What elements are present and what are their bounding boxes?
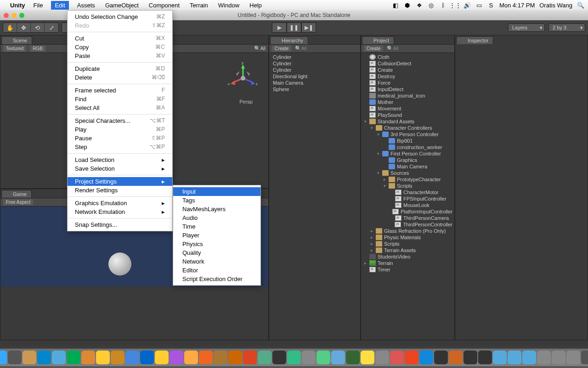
submenu-item-audio[interactable]: Audio — [173, 213, 260, 222]
menu-item-redo[interactable]: Redo⇧⌘Z — [68, 21, 172, 30]
expand-arrow[interactable]: ▾ — [369, 126, 374, 130]
dock-app-0[interactable] — [0, 351, 7, 364]
project-item[interactable]: ThirdPersonController — [361, 221, 454, 228]
menu-file[interactable]: File — [32, 1, 45, 10]
project-tab[interactable]: Project — [362, 36, 394, 44]
dock-app-40[interactable] — [581, 351, 588, 364]
status-icon[interactable]: ◎ — [428, 1, 435, 9]
menu-item-snap-settings-[interactable]: Snap Settings... — [68, 220, 172, 229]
dock-app-32[interactable] — [464, 351, 477, 364]
menu-item-undo-selection-change[interactable]: Undo Selection Change⌘Z — [68, 12, 172, 21]
dock-app-18[interactable] — [258, 351, 271, 364]
expand-arrow[interactable]: ▸ — [369, 235, 374, 240]
dock-app-10[interactable] — [140, 351, 154, 364]
render-dropdown[interactable]: RGB — [30, 46, 45, 52]
clock[interactable]: Mon 4:17 PM — [499, 2, 535, 9]
hierarchy-create[interactable]: Create — [272, 46, 291, 52]
project-item[interactable]: Mother — [361, 99, 454, 105]
project-item[interactable]: CollisionDetect — [361, 60, 454, 67]
expand-arrow[interactable]: ▾ — [363, 119, 368, 124]
inspector-tab[interactable]: Inspector — [456, 36, 493, 44]
menu-item-network-emulation[interactable]: Network Emulation — [68, 207, 172, 216]
menu-item-load-selection[interactable]: Load Selection — [68, 155, 172, 164]
dock-app-39[interactable] — [566, 351, 580, 364]
project-item[interactable]: PlaySound — [361, 112, 454, 118]
expand-arrow[interactable]: ▸ — [369, 242, 374, 246]
project-item[interactable]: ▾Standard Assets — [361, 118, 454, 125]
submenu-item-time[interactable]: Time — [173, 222, 260, 231]
project-item[interactable]: CharacterMotor — [361, 189, 454, 196]
hierarchy-item[interactable]: Cylinder — [269, 54, 360, 60]
step-button[interactable]: ▶❚ — [301, 23, 316, 33]
submenu-item-network[interactable]: Network — [173, 257, 260, 266]
expand-arrow[interactable]: ▾ — [382, 184, 387, 188]
project-item[interactable]: InputDetect — [361, 86, 454, 92]
volume-icon[interactable]: 🔊 — [464, 1, 471, 9]
layers-dropdown[interactable]: Layers — [508, 23, 545, 32]
menu-assets[interactable]: Assets — [75, 1, 97, 10]
project-item[interactable]: ▾Character Controllers — [361, 125, 454, 131]
project-item[interactable]: FPSInputController — [361, 196, 454, 202]
menu-item-project-settings[interactable]: Project Settings — [68, 177, 172, 186]
hand-tool[interactable]: ✋ — [3, 23, 17, 32]
menu-item-paste[interactable]: Paste⌘V — [68, 52, 172, 60]
dock-app-38[interactable] — [552, 351, 565, 364]
menu-item-cut[interactable]: Cut⌘X — [68, 34, 172, 43]
dock-app-25[interactable] — [361, 351, 374, 364]
status-icon[interactable]: ⬢ — [404, 1, 411, 9]
project-item[interactable]: Timer — [361, 266, 454, 273]
battery-icon[interactable]: ▭ — [475, 1, 483, 9]
dock-app-33[interactable] — [478, 351, 492, 364]
hierarchy-item[interactable]: Main Camera — [269, 80, 360, 86]
menu-item-graphics-emulation[interactable]: Graphics Emulation — [68, 199, 172, 207]
hierarchy-item[interactable]: Directional light — [269, 73, 360, 80]
dock-app-28[interactable] — [405, 351, 418, 364]
expand-arrow[interactable]: ▾ — [376, 171, 380, 175]
submenu-item-player[interactable]: Player — [173, 231, 260, 240]
submenu-item-quality[interactable]: Quality — [173, 248, 260, 257]
dock-app-2[interactable] — [23, 351, 36, 364]
submenu-item-tags[interactable]: Tags — [173, 196, 260, 205]
dock-app-16[interactable] — [228, 351, 242, 364]
dock-app-14[interactable] — [199, 351, 213, 364]
dock-app-9[interactable] — [125, 351, 139, 364]
dock-app-19[interactable] — [272, 351, 286, 364]
dock-app-11[interactable] — [155, 351, 169, 364]
dock-app-21[interactable] — [302, 351, 316, 364]
dock-app-3[interactable] — [37, 351, 51, 364]
dock-app-26[interactable] — [375, 351, 389, 364]
submenu-item-physics[interactable]: Physics — [173, 240, 260, 248]
project-item[interactable]: construction_worker — [361, 144, 454, 150]
project-item[interactable]: PlatformInputController — [361, 208, 454, 215]
project-item[interactable]: Bip001 — [361, 138, 454, 144]
project-item[interactable]: StudentsVideo — [361, 253, 454, 260]
dock-app-6[interactable] — [81, 351, 95, 364]
menu-gameobject[interactable]: GameObject — [103, 1, 141, 10]
menu-edit[interactable]: Edit — [51, 1, 68, 10]
menu-item-pause[interactable]: Pause⇧⌘P — [68, 134, 172, 143]
project-item[interactable]: ▸Terrain — [361, 260, 454, 266]
dock-app-5[interactable] — [67, 351, 80, 364]
layout-dropdown[interactable]: 2 by 3 — [548, 23, 585, 32]
menu-item-step[interactable]: Step⌥⌘P — [68, 143, 172, 151]
project-item[interactable]: ▸Scripts — [361, 241, 454, 247]
status-icon[interactable]: S — [487, 1, 495, 9]
project-item[interactable]: ▸PrototypeCharacter — [361, 176, 454, 183]
wifi-icon[interactable]: ⋮⋮ — [452, 1, 459, 9]
dock-app-29[interactable] — [419, 351, 433, 364]
expand-arrow[interactable]: ▸ — [369, 229, 374, 233]
maximize-button[interactable] — [19, 13, 24, 18]
dock-app-12[interactable] — [170, 351, 183, 364]
dock-app-36[interactable] — [522, 351, 536, 364]
dock-app-35[interactable] — [508, 351, 521, 364]
submenu-item-editor[interactable]: Editor — [173, 266, 260, 275]
shading-dropdown[interactable]: Textured — [3, 46, 26, 52]
dock-app-23[interactable] — [331, 351, 345, 364]
expand-arrow[interactable]: ▾ — [376, 151, 380, 156]
status-icon[interactable]: ◧ — [392, 1, 399, 9]
project-item[interactable]: Create — [361, 67, 454, 73]
dropbox-icon[interactable]: ❖ — [416, 1, 423, 9]
menu-item-play[interactable]: Play⌘P — [68, 125, 172, 134]
hierarchy-item[interactable]: Cylinder — [269, 60, 360, 67]
dock-app-13[interactable] — [184, 351, 198, 364]
